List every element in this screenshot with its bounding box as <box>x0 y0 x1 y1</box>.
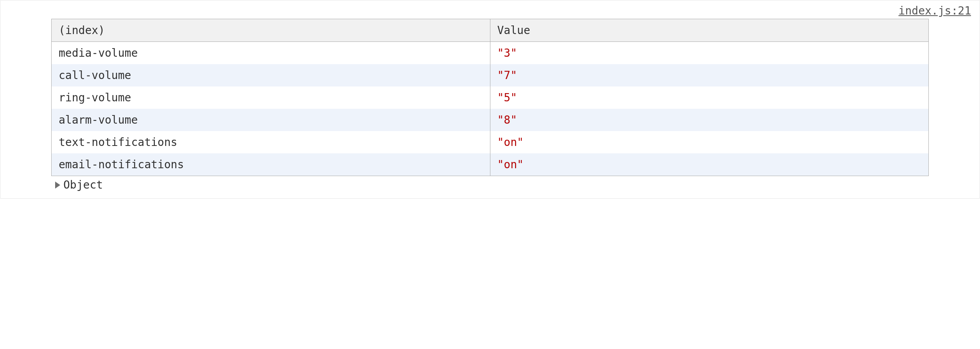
cell-index: alarm-volume <box>52 109 490 131</box>
cell-value: "on" <box>490 153 929 176</box>
cell-index: media-volume <box>52 42 490 65</box>
table-header-row: (index) Value <box>52 19 929 42</box>
cell-value: "on" <box>490 131 929 153</box>
cell-value: "7" <box>490 64 929 86</box>
table-row[interactable]: media-volume"3" <box>52 42 929 65</box>
cell-index: email-notifications <box>52 153 490 176</box>
cell-index: ring-volume <box>52 86 490 109</box>
cell-value: "8" <box>490 109 929 131</box>
table-row[interactable]: email-notifications"on" <box>52 153 929 176</box>
cell-value: "3" <box>490 42 929 65</box>
column-header-index[interactable]: (index) <box>52 19 490 42</box>
table-row[interactable]: alarm-volume"8" <box>52 109 929 131</box>
console-table-wrapper: (index) Value media-volume"3"call-volume… <box>51 19 929 176</box>
cell-index: call-volume <box>52 64 490 86</box>
console-table: (index) Value media-volume"3"call-volume… <box>51 19 929 176</box>
table-row[interactable]: text-notifications"on" <box>52 131 929 153</box>
column-header-value[interactable]: Value <box>490 19 929 42</box>
table-row[interactable]: ring-volume"5" <box>52 86 929 109</box>
object-label: Object <box>63 178 103 191</box>
object-expand-toggle[interactable]: Object <box>55 178 980 191</box>
cell-value: "5" <box>490 86 929 109</box>
console-message: index.js:21 (index) Value media-volume"3… <box>0 0 980 199</box>
triangle-right-icon <box>55 182 60 189</box>
source-link[interactable]: index.js:21 <box>0 4 980 19</box>
cell-index: text-notifications <box>52 131 490 153</box>
table-row[interactable]: call-volume"7" <box>52 64 929 86</box>
